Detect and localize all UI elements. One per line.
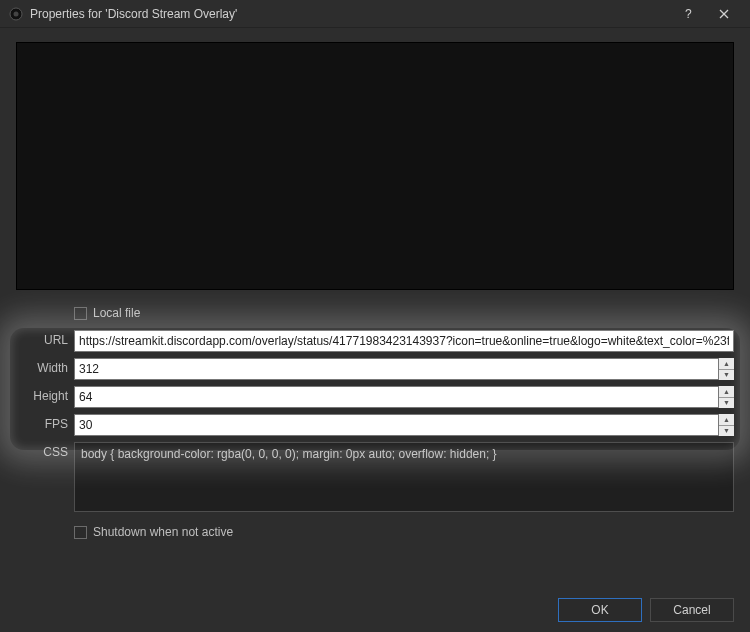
height-spinner[interactable]: ▲▼ [718, 386, 734, 408]
dialog-body: Local file URL Width ▲▼ Height ▲▼ FPS ▲▼… [0, 28, 750, 632]
width-spinner[interactable]: ▲▼ [718, 358, 734, 380]
local-file-row: Local file [74, 306, 734, 320]
url-field-wrap [74, 330, 734, 352]
fps-label: FPS [16, 414, 68, 431]
shutdown-label: Shutdown when not active [93, 525, 233, 539]
width-input[interactable] [74, 358, 734, 380]
css-textarea[interactable] [74, 442, 734, 512]
fps-spinner[interactable]: ▲▼ [718, 414, 734, 436]
fps-input[interactable] [74, 414, 734, 436]
ok-button-label: OK [591, 603, 608, 617]
cancel-button[interactable]: Cancel [650, 598, 734, 622]
help-button[interactable]: ? [670, 0, 706, 28]
close-button[interactable] [706, 0, 742, 28]
source-preview [16, 42, 734, 290]
url-input[interactable] [74, 330, 734, 352]
url-label: URL [16, 330, 68, 347]
titlebar: Properties for 'Discord Stream Overlay' … [0, 0, 750, 28]
dialog-footer: OK Cancel [16, 584, 734, 622]
css-label: CSS [16, 442, 68, 459]
height-label: Height [16, 386, 68, 403]
height-input[interactable] [74, 386, 734, 408]
css-field-wrap [74, 442, 734, 515]
svg-text:?: ? [685, 7, 692, 21]
shutdown-checkbox[interactable] [74, 526, 87, 539]
properties-dialog: Properties for 'Discord Stream Overlay' … [0, 0, 750, 632]
form: Local file URL Width ▲▼ Height ▲▼ FPS ▲▼… [16, 306, 734, 543]
shutdown-row: Shutdown when not active [74, 525, 734, 539]
local-file-label: Local file [93, 306, 140, 320]
local-file-checkbox[interactable] [74, 307, 87, 320]
svg-point-1 [14, 11, 19, 16]
height-field-wrap: ▲▼ [74, 386, 734, 408]
width-field-wrap: ▲▼ [74, 358, 734, 380]
cancel-button-label: Cancel [673, 603, 710, 617]
width-label: Width [16, 358, 68, 375]
window-title: Properties for 'Discord Stream Overlay' [30, 7, 670, 21]
fps-field-wrap: ▲▼ [74, 414, 734, 436]
ok-button[interactable]: OK [558, 598, 642, 622]
app-icon [8, 6, 24, 22]
